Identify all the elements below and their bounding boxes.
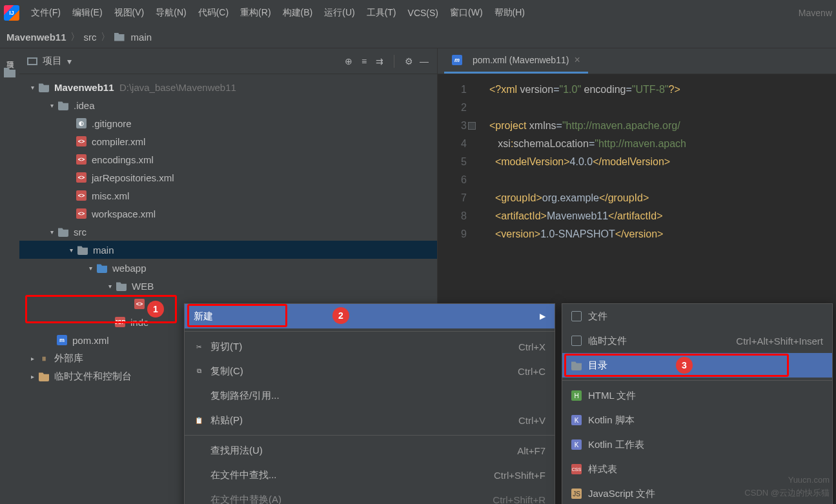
- ctx-label: 文件: [588, 310, 607, 323]
- xml-icon: <>: [134, 299, 145, 309]
- menu-build[interactable]: 构建(B): [283, 7, 313, 19]
- tab-label: pom.xml (Mavenweb11): [473, 55, 569, 65]
- ctx-label: Kotlin 脚本: [588, 414, 635, 427]
- maven-tool-label[interactable]: Mavenw: [799, 8, 832, 18]
- annotation-badge-1: 1: [147, 301, 164, 318]
- chevron-right-icon[interactable]: ▸: [28, 355, 36, 362]
- ctx-new[interactable]: 新建 ▶: [185, 304, 555, 328]
- dropdown-icon[interactable]: ▾: [67, 56, 72, 66]
- ctx-new-scratch[interactable]: 临时文件 Ctrl+Alt+Shift+Insert: [562, 328, 832, 353]
- tab-pom[interactable]: m pom.xml (Mavenweb11) ×: [444, 48, 588, 74]
- chevron-down-icon[interactable]: ▾: [67, 247, 75, 254]
- tree-label: compiler.xml: [92, 136, 145, 147]
- menu-code[interactable]: 代码(C): [198, 7, 229, 19]
- separator: [185, 331, 555, 332]
- tree-file[interactable]: <>compiler.xml: [19, 132, 437, 150]
- ctx-new-html[interactable]: H HTML 文件: [562, 383, 832, 408]
- folder-icon: [571, 360, 582, 370]
- ctx-new-kotlin-ws[interactable]: K Kotlin 工作表: [562, 432, 832, 457]
- tree-label: .gitignore: [92, 118, 132, 129]
- new-submenu[interactable]: 文件 临时文件 Ctrl+Alt+Shift+Insert 目录 H HTML …: [562, 303, 833, 504]
- tree-file[interactable]: <>jarRepositories.xml: [19, 168, 437, 186]
- tree-path: D:\java_base\Mavenweb11: [119, 82, 236, 93]
- context-menu[interactable]: 新建 ▶ ✂ 剪切(T) Ctrl+X ⧉ 复制(C) Ctrl+C 复制路径/…: [184, 303, 555, 504]
- ctx-label: 查找用法(U): [210, 445, 263, 457]
- tree-webapp[interactable]: ▾ webapp: [19, 259, 437, 277]
- blank-icon: [194, 445, 204, 456]
- collapse-icon[interactable]: ⇉: [374, 56, 385, 66]
- gear-icon[interactable]: ⚙: [403, 56, 414, 66]
- shortcut: Ctrl+Shift+F: [494, 470, 545, 481]
- tree-file[interactable]: <>misc.xml: [19, 186, 437, 205]
- breadcrumb-project[interactable]: Mavenweb11: [6, 32, 66, 43]
- chevron-down-icon[interactable]: ▾: [28, 84, 36, 91]
- maven-icon: m: [57, 335, 67, 345]
- tree-main[interactable]: ▾ main: [19, 241, 437, 259]
- folder-icon: [39, 371, 49, 381]
- annotation-badge-3: 3: [676, 357, 693, 374]
- chevron-down-icon[interactable]: ▾: [87, 265, 94, 272]
- menu-tools[interactable]: 工具(T): [367, 7, 396, 19]
- tree-idea[interactable]: ▾ .idea: [19, 96, 437, 114]
- ctx-label: 剪切(T): [210, 341, 242, 353]
- tree-root[interactable]: ▾ Mavenweb11 D:\java_base\Mavenweb11: [19, 78, 437, 96]
- tree-file[interactable]: <>workspace.xml: [19, 205, 437, 223]
- panel-header: 项目 ▾ ⊕ ≡ ⇉ ⚙ —: [19, 48, 437, 74]
- tree-label: WEB: [132, 281, 154, 292]
- ctx-label: 在文件中查找...: [210, 469, 277, 481]
- tree-label: workspace.xml: [92, 208, 156, 219]
- expand-icon[interactable]: ≡: [359, 56, 369, 66]
- ctx-new-directory[interactable]: 目录: [562, 353, 832, 378]
- ctx-find-in-files[interactable]: 在文件中查找... Ctrl+Shift+F: [185, 463, 555, 487]
- tree-file[interactable]: <>encodings.xml: [19, 150, 437, 168]
- chevron-right-icon: 〉: [70, 31, 80, 43]
- breadcrumb-main[interactable]: main: [131, 32, 152, 43]
- menu-window[interactable]: 窗口(W): [450, 7, 483, 19]
- tree-src[interactable]: ▾ src: [19, 223, 437, 241]
- tree-file[interactable]: ◐.gitignore: [19, 114, 437, 132]
- maven-icon: m: [452, 55, 462, 65]
- ctx-copy[interactable]: ⧉ 复制(C) Ctrl+C: [185, 359, 555, 383]
- ctx-new-kotlin-script[interactable]: K Kotlin 脚本: [562, 408, 832, 432]
- tree-webinf[interactable]: ▾ WEB: [19, 277, 437, 295]
- ctx-find-usage[interactable]: 查找用法(U) Alt+F7: [185, 438, 555, 463]
- app-logo-icon: [4, 5, 19, 21]
- shortcut: Alt+F7: [517, 445, 545, 456]
- chevron-down-icon[interactable]: ▾: [48, 102, 56, 109]
- xml-icon: <>: [76, 190, 87, 201]
- scratch-icon: [571, 336, 582, 346]
- ctx-cut[interactable]: ✂ 剪切(T) Ctrl+X: [185, 334, 555, 359]
- ctx-replace-in-files[interactable]: 在文件中替换(A) Ctrl+Shift+R: [185, 487, 555, 504]
- menu-view[interactable]: 视图(V): [114, 7, 145, 19]
- locate-icon[interactable]: ⊕: [343, 56, 354, 66]
- menu-run[interactable]: 运行(U): [324, 7, 354, 19]
- chevron-right-icon[interactable]: ▸: [28, 373, 36, 380]
- menu-refactor[interactable]: 重构(R): [240, 7, 270, 19]
- folder-icon: [116, 281, 127, 291]
- chevron-down-icon[interactable]: ▾: [106, 283, 114, 290]
- breadcrumb: Mavenweb11 〉 src 〉 main: [0, 26, 836, 48]
- menu-help[interactable]: 帮助(H): [494, 7, 525, 19]
- xml-icon: <>: [76, 172, 87, 183]
- menu-navigate[interactable]: 导航(N): [156, 7, 186, 19]
- tree-label: 外部库: [54, 352, 83, 365]
- ctx-paste[interactable]: 📋 粘贴(P) Ctrl+V: [185, 408, 555, 432]
- kotlin-icon: K: [571, 439, 582, 450]
- folder-icon: [58, 100, 68, 110]
- breadcrumb-src[interactable]: src: [84, 32, 97, 43]
- ctx-new-file[interactable]: 文件: [562, 304, 832, 328]
- menu-file[interactable]: 文件(F): [31, 7, 61, 19]
- jsp-icon: JSP: [115, 317, 125, 327]
- close-icon[interactable]: ×: [574, 54, 580, 66]
- chevron-down-icon[interactable]: ▾: [48, 228, 56, 236]
- ctx-copy-path[interactable]: 复制路径/引用...: [185, 383, 555, 408]
- folder-icon[interactable]: [4, 68, 15, 77]
- shortcut: Ctrl+X: [518, 341, 545, 352]
- tree-label: pom.xml: [72, 335, 109, 346]
- tree-label: misc.xml: [92, 190, 129, 201]
- html-icon: H: [571, 390, 582, 401]
- minimize-icon[interactable]: —: [419, 56, 429, 66]
- tree-label: inde: [130, 317, 148, 328]
- menu-vcs[interactable]: VCS(S): [408, 8, 438, 18]
- menu-edit[interactable]: 编辑(E): [72, 7, 103, 19]
